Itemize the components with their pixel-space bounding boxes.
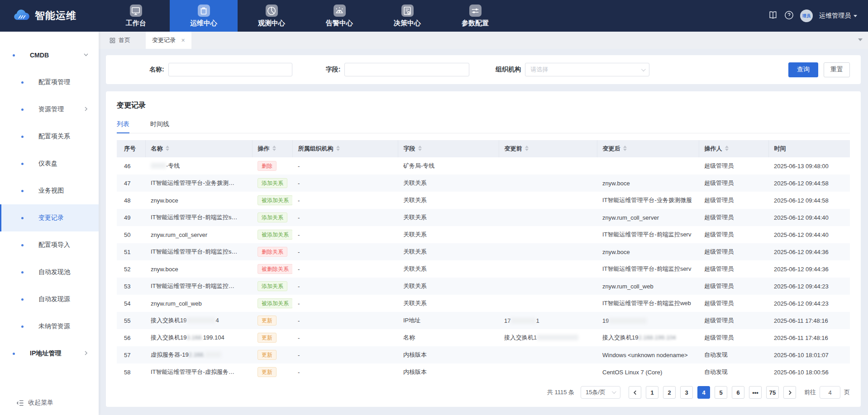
sidebar-item-7[interactable]: 变更记录: [0, 204, 99, 231]
sort-icon[interactable]: [623, 146, 627, 151]
page-button-75[interactable]: 75: [766, 386, 779, 399]
op-badge: 添加关系: [258, 281, 287, 291]
sort-icon[interactable]: [418, 146, 422, 151]
redacted-text: [151, 163, 166, 169]
field-filter-input[interactable]: [344, 63, 469, 76]
cell-user: 自动发现: [699, 346, 768, 363]
cell-org: -: [292, 312, 398, 329]
reset-button[interactable]: 重置: [824, 62, 850, 77]
sort-icon[interactable]: [166, 146, 169, 151]
sort-icon[interactable]: [725, 146, 729, 151]
cell-before: [499, 278, 597, 295]
cell-op: 被添加关系: [252, 226, 292, 243]
col-header-8[interactable]: 操作人: [699, 140, 768, 157]
sidebar-item-2[interactable]: 配置项管理: [0, 69, 99, 96]
sidebar-item-12[interactable]: IP地址管理: [0, 340, 99, 367]
goto-page-input[interactable]: [820, 386, 840, 399]
prev-page-button[interactable]: [629, 386, 641, 399]
nav-item-1[interactable]: 工作台: [102, 0, 170, 32]
col-header-6[interactable]: 变更前: [499, 140, 597, 157]
sidebar-item-9[interactable]: 自动发现池: [0, 259, 99, 286]
sort-icon[interactable]: [272, 146, 276, 151]
col-header-5[interactable]: 字段: [398, 140, 499, 157]
cell-before: [499, 295, 597, 312]
sidebar-item-10[interactable]: 自动发现源: [0, 286, 99, 313]
cell-id: 49: [117, 209, 145, 226]
cell-after: znyw.boce: [597, 243, 699, 260]
col-header-label: 名称: [151, 145, 163, 152]
cell-user: 超级管理员: [699, 174, 768, 192]
sidebar-item-3[interactable]: 资源管理: [0, 96, 99, 123]
sidebar-item-11[interactable]: 未纳管资源: [0, 313, 99, 340]
page-button-3[interactable]: 3: [680, 386, 693, 399]
bullet-icon: [21, 325, 24, 328]
page-button-1[interactable]: 1: [646, 386, 658, 399]
chevron-right-icon: [83, 105, 89, 113]
nav-item-3[interactable]: 观测中心: [238, 0, 305, 32]
user-menu-caret-icon[interactable]: [854, 15, 857, 17]
cell-before: [499, 346, 597, 363]
cell-id: 51: [117, 243, 145, 260]
page-button-5[interactable]: 5: [715, 386, 727, 399]
cell-field: 关联关系: [398, 192, 499, 209]
tab-close-icon[interactable]: ✕: [181, 38, 185, 43]
docs-icon[interactable]: [768, 10, 778, 21]
sidebar-item-6[interactable]: 业务视图: [0, 177, 99, 204]
nav-item-label: 告警中心: [326, 19, 353, 28]
goto-unit-label: 页: [844, 388, 850, 396]
avatar[interactable]: 理员: [800, 9, 813, 22]
sort-icon[interactable]: [336, 146, 340, 151]
op-badge: 更新: [258, 350, 277, 360]
nav-item-5[interactable]: 决策中心: [373, 0, 441, 32]
filter-bar: 名称: 字段: 组织机构 请选择 查询 重置: [106, 55, 861, 84]
collapse-menu-button[interactable]: 收起菜单: [16, 399, 53, 407]
panel-tab-2[interactable]: 时间线: [150, 120, 169, 133]
table-row-46: 46-专线删除-矿务局-专线超级管理员2025-06-13 09:48:00: [117, 157, 850, 174]
cell-field: IP地址: [398, 312, 499, 329]
page-button-4[interactable]: 4: [697, 386, 710, 399]
alarm-icon: [334, 5, 346, 17]
name-filter-input[interactable]: [168, 63, 292, 76]
sidebar-item-8[interactable]: 配置项导入: [0, 231, 99, 259]
sidebar-item-label: 配置项导入: [38, 241, 70, 249]
user-name[interactable]: 运维管理员: [819, 12, 851, 20]
col-header-3[interactable]: 操作: [252, 140, 292, 157]
cell-user: 自动发现: [699, 363, 768, 381]
col-header-label: 时间: [774, 145, 786, 152]
sidebar-item-1[interactable]: CMDB: [0, 42, 99, 69]
tab-change-records[interactable]: 变更记录 ✕: [146, 32, 191, 49]
decision-icon: [401, 5, 414, 17]
nav-item-4[interactable]: 告警中心: [305, 0, 373, 32]
nav-item-label: 运维中心: [190, 19, 217, 28]
cell-name: IT智能运维管理平台-业务拨测…: [145, 174, 252, 192]
cell-op: 更新: [252, 312, 292, 329]
nav-item-6[interactable]: 参数配置: [441, 0, 509, 32]
nav-item-2[interactable]: 运维中心: [170, 0, 238, 32]
cell-field: 关联关系: [398, 260, 499, 278]
blurred-text: 2.168.: [189, 351, 205, 358]
col-header-7[interactable]: 变更后: [597, 140, 699, 157]
op-badge: 添加关系: [258, 178, 287, 188]
tab-home[interactable]: 首页: [110, 32, 130, 49]
col-header-4[interactable]: 所属组织机构: [292, 140, 398, 157]
page-button-6[interactable]: 6: [732, 386, 744, 399]
cell-user: 超级管理员: [699, 278, 768, 295]
help-icon[interactable]: [784, 10, 794, 22]
bullet-icon: [21, 298, 24, 301]
cell-after: 接入交换机192.168.199.104: [597, 329, 699, 346]
more-pages-button[interactable]: •••: [749, 386, 762, 399]
cell-name: znyw.boce: [145, 192, 252, 209]
page-size-select[interactable]: 15条/页: [581, 386, 620, 399]
sidebar-item-4[interactable]: 配置项关系: [0, 123, 99, 150]
sidebar-item-5[interactable]: 仪表盘: [0, 150, 99, 177]
page-button-2[interactable]: 2: [663, 386, 676, 399]
search-button[interactable]: 查询: [788, 62, 818, 77]
panel-tab-1[interactable]: 列表: [117, 120, 129, 133]
sort-icon[interactable]: [525, 146, 529, 151]
tab-list-caret-icon[interactable]: [858, 38, 863, 41]
next-page-button[interactable]: [783, 386, 796, 399]
bullet-icon: [21, 190, 24, 192]
col-header-2[interactable]: 名称: [145, 140, 252, 157]
bullet-icon: [13, 54, 15, 57]
org-filter-select[interactable]: 请选择: [525, 63, 649, 76]
